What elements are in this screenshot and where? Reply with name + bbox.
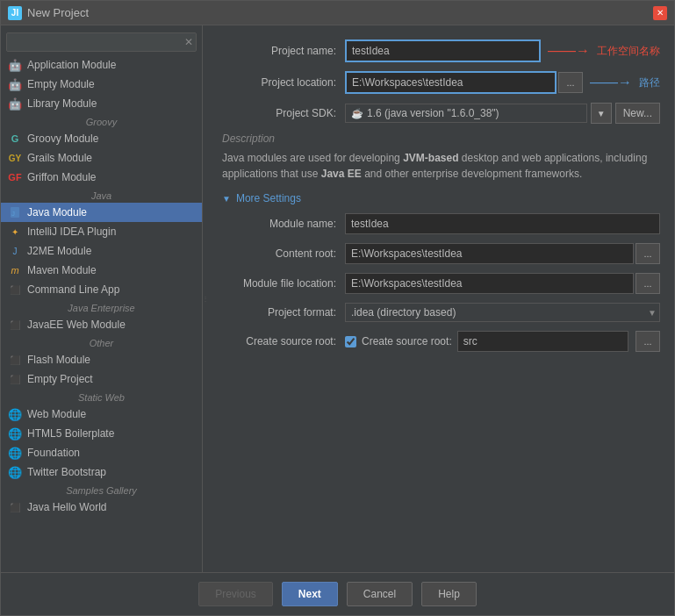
sidebar-item-label: HTML5 Boilerplate bbox=[27, 427, 114, 440]
create-source-root-row: Create source root: Create source root: … bbox=[222, 331, 660, 352]
grails-icon: GY bbox=[8, 151, 22, 165]
sidebar-item-html5-boilerplate[interactable]: 🌐 HTML5 Boilerplate bbox=[1, 424, 202, 443]
sidebar-item-empty-module[interactable]: 🤖 Empty Module bbox=[1, 75, 202, 94]
sidebar-item-label: Empty Module bbox=[27, 78, 95, 90]
module-file-location-row: Module file location: ... bbox=[222, 273, 660, 294]
flash-icon: ⬛ bbox=[8, 353, 22, 367]
android-icon: 🤖 bbox=[8, 58, 22, 72]
sidebar-item-label: JavaEE Web Module bbox=[27, 319, 126, 331]
project-location-input[interactable] bbox=[345, 71, 557, 94]
sidebar-search-container: ✕ bbox=[6, 32, 197, 52]
sidebar-item-web-module[interactable]: 🌐 Web Module bbox=[1, 405, 202, 424]
sidebar-item-java-hello-world[interactable]: ⬛ Java Hello World bbox=[1, 498, 202, 517]
project-name-label: Project name: bbox=[222, 45, 345, 57]
sidebar-item-label: Grails Module bbox=[27, 152, 92, 164]
sidebar-item-java-module[interactable]: J Java Module bbox=[1, 203, 202, 222]
sidebar-item-empty-project[interactable]: ⬛ Empty Project bbox=[1, 369, 202, 389]
source-root-input[interactable] bbox=[457, 331, 628, 352]
sidebar-item-label: Maven Module bbox=[27, 264, 97, 276]
description-text: Java modules are used for developing JVM… bbox=[222, 150, 660, 182]
create-source-root-label-text: Create source root: bbox=[362, 335, 452, 347]
module-file-location-label: Module file location: bbox=[222, 277, 345, 290]
sdk-value: 1.6 (java version "1.6.0_38") bbox=[367, 107, 499, 119]
maven-icon: m bbox=[8, 263, 22, 277]
sidebar-item-application-module[interactable]: 🤖 Application Module bbox=[1, 55, 202, 75]
sidebar-item-label: Groovy Module bbox=[27, 133, 98, 145]
project-name-input[interactable] bbox=[345, 39, 541, 62]
java-icon: J bbox=[8, 205, 22, 219]
sidebar-item-groovy-module[interactable]: G Groovy Module bbox=[1, 129, 202, 148]
intellij-icon: ✦ bbox=[8, 225, 22, 239]
foundation-icon: 🌐 bbox=[8, 446, 22, 460]
sdk-dropdown-button[interactable]: ▼ bbox=[591, 103, 612, 124]
project-location-row: Project location: ... ——→ 路径 bbox=[222, 71, 660, 94]
sdk-icon: ☕ bbox=[351, 108, 363, 119]
sidebar-item-label: Command Line App bbox=[27, 283, 119, 296]
section-java: Java bbox=[1, 187, 202, 203]
content-root-browse-button[interactable]: ... bbox=[636, 243, 660, 264]
hello-world-icon: ⬛ bbox=[8, 500, 22, 514]
sidebar-item-label: Flash Module bbox=[27, 354, 90, 366]
project-sdk-row: Project SDK: ☕ 1.6 (java version "1.6.0_… bbox=[222, 103, 660, 124]
sidebar-item-foundation[interactable]: 🌐 Foundation bbox=[1, 443, 202, 462]
cancel-button[interactable]: Cancel bbox=[347, 582, 413, 606]
project-format-select[interactable]: .idea (directory based) bbox=[345, 303, 660, 322]
sidebar-item-command-line-app[interactable]: ⬛ Command Line App bbox=[1, 280, 202, 299]
sidebar-item-grails-module[interactable]: GY Grails Module bbox=[1, 148, 202, 168]
project-location-browse-button[interactable]: ... bbox=[558, 72, 583, 93]
footer: Previous Next Cancel Help bbox=[1, 572, 674, 615]
sdk-display: ☕ 1.6 (java version "1.6.0_38") bbox=[345, 104, 587, 123]
sidebar-item-j2me-module[interactable]: J J2ME Module bbox=[1, 241, 202, 261]
module-name-input[interactable] bbox=[345, 213, 660, 234]
sidebar-item-library-module[interactable]: 🤖 Library Module bbox=[1, 94, 202, 113]
more-settings-toggle[interactable]: ▼ More Settings bbox=[222, 192, 660, 204]
project-location-label: Project location: bbox=[222, 76, 345, 89]
cmdline-icon: ⬛ bbox=[8, 283, 22, 297]
sidebar-item-label: Foundation bbox=[27, 447, 80, 459]
j2me-icon: J bbox=[8, 244, 22, 258]
module-file-location-input[interactable] bbox=[345, 273, 634, 294]
search-input[interactable] bbox=[6, 32, 197, 52]
right-panel: Project name: ——→ 工作空间名称 Project locatio… bbox=[208, 25, 674, 572]
sidebar-item-twitter-bootstrap[interactable]: 🌐 Twitter Bootstrap bbox=[1, 462, 202, 482]
next-button[interactable]: Next bbox=[282, 582, 338, 606]
sidebar-item-maven-module[interactable]: m Maven Module bbox=[1, 261, 202, 280]
create-source-root-checkbox[interactable] bbox=[345, 336, 356, 347]
help-button[interactable]: Help bbox=[421, 582, 477, 606]
sidebar-item-label: Java Hello World bbox=[27, 501, 106, 513]
sidebar-item-griffon-module[interactable]: GF Griffon Module bbox=[1, 168, 202, 187]
sidebar-item-label: Library Module bbox=[27, 97, 97, 110]
title-bar: JI New Project ✕ bbox=[1, 1, 674, 25]
section-samples-gallery: Samples Gallery bbox=[1, 482, 202, 498]
chevron-down-icon: ▼ bbox=[222, 194, 231, 204]
section-groovy: Groovy bbox=[1, 113, 202, 129]
sidebar-item-flash-module[interactable]: ⬛ Flash Module bbox=[1, 350, 202, 369]
close-button[interactable]: ✕ bbox=[653, 6, 667, 20]
sidebar-item-label: Griffon Module bbox=[27, 171, 97, 183]
section-static-web: Static Web bbox=[1, 389, 202, 405]
clear-search-icon[interactable]: ✕ bbox=[184, 36, 193, 48]
previous-button[interactable]: Previous bbox=[198, 582, 273, 606]
module-name-row: Module name: bbox=[222, 213, 660, 234]
sidebar-item-label: Application Module bbox=[27, 59, 116, 71]
annotation-text-2: 路径 bbox=[639, 75, 660, 90]
javaee-icon: ⬛ bbox=[8, 318, 22, 332]
sidebar-item-intellij-plugin[interactable]: ✦ IntelliJ IDEA Plugin bbox=[1, 222, 202, 241]
source-root-browse-button[interactable]: ... bbox=[636, 331, 660, 352]
content-root-label: Content root: bbox=[222, 247, 345, 260]
description-section: Description Java modules are used for de… bbox=[222, 133, 660, 182]
griffon-icon: GF bbox=[8, 170, 22, 184]
sdk-new-button[interactable]: New... bbox=[615, 103, 660, 124]
sidebar-item-javaee-web-module[interactable]: ⬛ JavaEE Web Module bbox=[1, 315, 202, 334]
svg-text:J: J bbox=[11, 210, 15, 218]
sidebar-item-label: Web Module bbox=[27, 408, 86, 420]
android-icon: 🤖 bbox=[8, 77, 22, 91]
project-format-row: Project format: .idea (directory based) … bbox=[222, 303, 660, 322]
dialog-title: New Project bbox=[27, 6, 89, 19]
sidebar-item-label: Twitter Bootstrap bbox=[27, 466, 106, 478]
create-source-root-label: Create source root: bbox=[222, 335, 345, 347]
content-root-input[interactable] bbox=[345, 243, 634, 264]
sidebar-item-label: J2ME Module bbox=[27, 245, 91, 257]
module-file-location-browse-button[interactable]: ... bbox=[636, 273, 660, 294]
content-root-row: Content root: ... bbox=[222, 243, 660, 264]
